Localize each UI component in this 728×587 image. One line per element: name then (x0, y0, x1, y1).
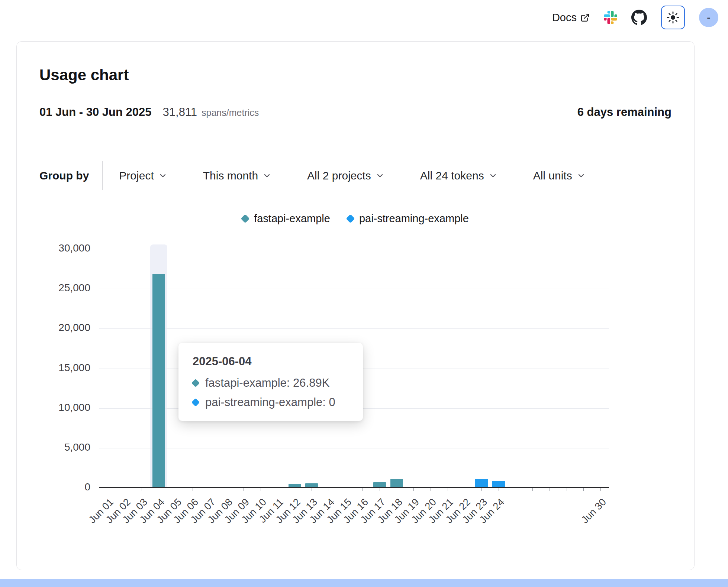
gridline (99, 448, 609, 448)
x-axis-tick (244, 488, 244, 491)
tokens-dropdown[interactable]: All 24 tokens (420, 169, 497, 182)
avatar-label: - (707, 11, 711, 24)
tooltip-diamond-icon (191, 379, 200, 387)
legend-item-pai-streaming-example[interactable]: pai-streaming-example (347, 213, 469, 225)
chevron-down-icon (489, 171, 497, 180)
bar-pai-streaming-example[interactable] (475, 479, 488, 488)
legend-label: fastapi-example (254, 213, 330, 225)
x-axis-tick (210, 488, 210, 491)
x-axis-tick (532, 488, 533, 491)
x-axis-tick (516, 488, 516, 491)
tooltip-row: fastapi-example: 26.89K (193, 376, 349, 390)
avatar[interactable]: - (699, 8, 718, 27)
group-by-value: Project (119, 169, 154, 182)
projects-value: All 2 projects (307, 169, 371, 182)
github-icon[interactable] (631, 10, 647, 25)
gridline (99, 289, 609, 289)
usage-unit: spans/metrics (202, 107, 259, 118)
legend-item-fastapi-example[interactable]: fastapi-example (242, 213, 330, 225)
group-by-dropdown[interactable]: Project (119, 169, 167, 182)
docs-label: Docs (552, 12, 577, 24)
tooltip-row: pai-streaming-example: 0 (193, 396, 349, 409)
y-axis-tick-label: 30,000 (15, 242, 90, 254)
bar-fastapi-example[interactable] (152, 274, 165, 488)
x-axis-tick (227, 488, 227, 491)
y-axis-tick-label: 20,000 (15, 322, 90, 334)
x-axis-tick (499, 488, 499, 491)
x-axis-tick (278, 488, 278, 491)
chart-legend: fastapi-example pai-streaming-example (17, 213, 694, 225)
chevron-down-icon (577, 171, 586, 180)
topbar: Docs (0, 0, 728, 35)
x-axis-tick (295, 488, 295, 491)
x-axis-tick (397, 488, 397, 491)
y-axis-labels: 05,00010,00015,00020,00025,00030,000 (17, 249, 93, 488)
x-axis-tick (413, 488, 414, 491)
tooltip-row-label: pai-streaming-example: 0 (205, 396, 335, 409)
days-remaining: 6 days remaining (577, 106, 671, 119)
x-axis-tick (329, 488, 329, 491)
x-axis-tick (363, 488, 363, 491)
tooltip-diamond-icon (191, 398, 200, 407)
footer-strip (0, 579, 728, 587)
time-range-dropdown[interactable]: This month (203, 169, 271, 182)
chevron-down-icon (158, 171, 167, 180)
chevron-down-icon (376, 171, 384, 180)
x-axis-tick (176, 488, 176, 491)
x-axis-tick (448, 488, 448, 491)
x-axis-labels: Jun 01Jun 02Jun 03Jun 04Jun 05Jun 06Jun … (99, 493, 609, 541)
divider (39, 139, 671, 139)
x-axis-tick (159, 488, 159, 491)
x-axis-tick (193, 488, 193, 491)
gridline (99, 328, 609, 329)
y-axis-tick-label: 25,000 (15, 282, 90, 294)
chart-tooltip: 2025-06-04 fastapi-example: 26.89K pai-s… (178, 343, 363, 421)
chevron-down-icon (262, 171, 271, 180)
page-title: Usage chart (39, 66, 129, 84)
x-axis-tick (550, 488, 550, 491)
vertical-divider (102, 161, 103, 190)
x-axis-tick (261, 488, 261, 491)
usage-period: 01 Jun - 30 Jun 2025 (39, 106, 152, 119)
time-range-value: This month (203, 169, 258, 182)
x-axis-tick (125, 488, 125, 491)
x-axis-line (99, 487, 609, 488)
x-axis-tick (465, 488, 465, 491)
tooltip-date: 2025-06-04 (193, 355, 349, 368)
legend-diamond-icon (346, 214, 355, 223)
projects-dropdown[interactable]: All 2 projects (307, 169, 384, 182)
legend-diamond-icon (241, 214, 250, 223)
slack-icon[interactable] (604, 11, 617, 24)
x-axis-tick (380, 488, 380, 491)
tooltip-row-label: fastapi-example: 26.89K (205, 376, 329, 390)
x-axis-tick (312, 488, 312, 491)
y-axis-tick-label: 10,000 (15, 402, 90, 414)
x-axis-tick (567, 488, 567, 491)
x-axis-tick (346, 488, 346, 491)
group-by-label: Group by (39, 169, 89, 182)
legend-label: pai-streaming-example (359, 213, 469, 225)
docs-link[interactable]: Docs (552, 12, 590, 24)
x-axis-tick (142, 488, 142, 491)
external-link-icon (580, 13, 590, 22)
usage-card: Usage chart 01 Jun - 30 Jun 2025 31,811 … (16, 41, 695, 570)
filters-row: Group by Project This month All 2 projec… (39, 161, 586, 190)
x-axis-tick-label: Jun 30 (573, 496, 609, 532)
units-dropdown[interactable]: All units (533, 169, 586, 182)
y-axis-tick-label: 15,000 (15, 362, 90, 374)
units-value: All units (533, 169, 572, 182)
x-axis-tick (431, 488, 431, 491)
sun-icon (667, 11, 679, 24)
tokens-value: All 24 tokens (420, 169, 484, 182)
x-axis-tick (600, 488, 601, 491)
bar-fastapi-example[interactable] (390, 479, 403, 488)
theme-toggle-button[interactable] (661, 6, 685, 29)
x-axis-tick (481, 488, 482, 491)
usage-stats-row: 01 Jun - 30 Jun 2025 31,811 spans/metric… (39, 106, 671, 119)
usage-count: 31,811 (163, 106, 197, 119)
y-axis-tick-label: 0 (15, 481, 90, 493)
x-axis-tick (108, 488, 108, 491)
y-axis-tick-label: 5,000 (15, 441, 90, 453)
x-axis-tick (583, 488, 584, 491)
gridline (99, 249, 609, 249)
